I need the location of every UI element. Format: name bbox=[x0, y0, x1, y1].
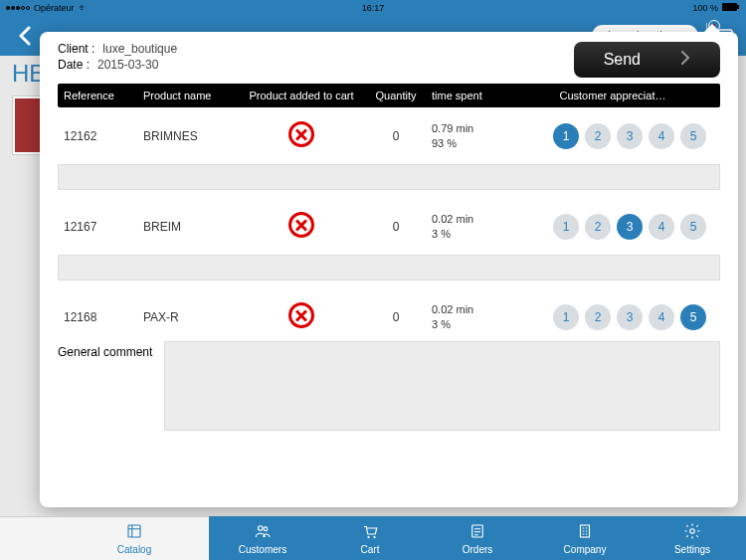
signal-dots-icon bbox=[6, 6, 30, 10]
rating-group: 12345 bbox=[511, 304, 714, 330]
row-comment-input[interactable] bbox=[58, 164, 720, 190]
cell-quantity: 0 bbox=[366, 220, 426, 234]
remove-icon[interactable] bbox=[288, 302, 314, 328]
svg-point-6 bbox=[264, 526, 268, 530]
rating-5-button[interactable]: 5 bbox=[680, 304, 706, 330]
chevron-right-icon bbox=[680, 50, 690, 70]
carrier-label: Opérateur bbox=[34, 3, 75, 13]
cell-time: 0.79 min93 % bbox=[426, 121, 505, 150]
svg-rect-4 bbox=[128, 525, 140, 537]
cell-product-name: BREIM bbox=[137, 220, 237, 234]
battery-icon bbox=[722, 3, 740, 13]
rating-4-button[interactable]: 4 bbox=[649, 304, 674, 330]
rating-4-button[interactable]: 4 bbox=[649, 214, 674, 240]
status-bar: Opérateur ᯤ 16:17 100 % bbox=[0, 0, 746, 16]
svg-rect-1 bbox=[737, 5, 739, 9]
rating-4-button[interactable]: 4 bbox=[649, 123, 674, 149]
tab-label: Cart bbox=[361, 544, 380, 555]
tab-bar: CatalogCustomersCartOrdersCompanySetting… bbox=[0, 516, 746, 560]
table-row: 12168PAX-R00.02 min3 %12345 bbox=[58, 288, 720, 341]
cell-product-name: PAX-R bbox=[137, 310, 237, 324]
report-popover: Client : luxe_boutique Date : 2015-03-30… bbox=[40, 32, 738, 507]
rating-3-button[interactable]: 3 bbox=[617, 304, 643, 330]
tab-label: Orders bbox=[463, 544, 493, 555]
rating-group: 12345 bbox=[511, 123, 714, 149]
svg-point-8 bbox=[373, 535, 375, 537]
cell-time: 0.02 min3 % bbox=[426, 302, 505, 331]
rating-2-button[interactable]: 2 bbox=[585, 304, 611, 330]
col-reference: Reference bbox=[58, 90, 137, 101]
tab-cart[interactable]: Cart bbox=[316, 516, 424, 560]
catalog-icon bbox=[123, 522, 145, 542]
general-comment-input[interactable] bbox=[164, 341, 720, 431]
tab-catalog[interactable]: Catalog bbox=[60, 516, 209, 560]
remove-icon[interactable] bbox=[288, 212, 314, 238]
col-added-to-cart: Product added to cart bbox=[237, 90, 366, 101]
svg-point-11 bbox=[690, 528, 695, 533]
remove-icon[interactable] bbox=[288, 121, 314, 147]
rating-2-button[interactable]: 2 bbox=[585, 123, 611, 149]
svg-rect-10 bbox=[581, 525, 590, 537]
orders-icon bbox=[466, 522, 488, 542]
cell-reference: 12168 bbox=[58, 310, 137, 324]
wifi-icon: ᯤ bbox=[79, 3, 88, 13]
rating-1-button[interactable]: 1 bbox=[553, 214, 579, 240]
tab-orders[interactable]: Orders bbox=[424, 516, 531, 560]
svg-rect-0 bbox=[722, 3, 737, 11]
col-product-name: Product name bbox=[137, 90, 237, 101]
col-time-spent: time spent bbox=[426, 90, 505, 101]
cell-reference: 12162 bbox=[58, 129, 137, 143]
client-value: luxe_boutique bbox=[102, 42, 177, 56]
svg-point-7 bbox=[367, 535, 369, 537]
rating-2-button[interactable]: 2 bbox=[585, 214, 611, 240]
send-button[interactable]: Send bbox=[574, 42, 720, 78]
rating-1-button[interactable]: 1 bbox=[553, 304, 579, 330]
cart-icon bbox=[359, 522, 381, 542]
row-comment-input[interactable] bbox=[58, 255, 720, 280]
customers-icon bbox=[252, 522, 274, 542]
svg-point-5 bbox=[259, 525, 264, 530]
rating-group: 12345 bbox=[511, 214, 714, 240]
cell-time: 0.02 min3 % bbox=[426, 212, 505, 241]
status-time: 16:17 bbox=[362, 3, 385, 13]
rating-1-button[interactable]: 1 bbox=[553, 123, 579, 149]
cell-product-name: BRIMNES bbox=[137, 129, 237, 143]
col-appreciation: Customer appreciat… bbox=[505, 90, 720, 101]
col-quantity: Quantity bbox=[366, 90, 426, 101]
rating-5-button[interactable]: 5 bbox=[680, 214, 706, 240]
tab-company[interactable]: Company bbox=[531, 516, 639, 560]
tab-label: Customers bbox=[239, 544, 286, 555]
battery-label: 100 % bbox=[692, 3, 718, 13]
tab-settings[interactable]: Settings bbox=[639, 516, 746, 560]
company-icon bbox=[574, 522, 596, 542]
table-row: 12162BRIMNES00.79 min93 %12345 bbox=[58, 107, 720, 160]
tab-label: Company bbox=[564, 544, 607, 555]
cell-quantity: 0 bbox=[366, 310, 426, 324]
client-label: Client : bbox=[58, 42, 94, 56]
date-value: 2015-03-30 bbox=[97, 58, 158, 72]
table-header: Reference Product name Product added to … bbox=[58, 84, 720, 107]
rating-5-button[interactable]: 5 bbox=[680, 123, 706, 149]
rating-3-button[interactable]: 3 bbox=[617, 123, 643, 149]
general-comment-label: General comment bbox=[58, 341, 152, 359]
cell-reference: 12167 bbox=[58, 220, 137, 234]
table-row: 12167BREIM00.02 min3 %12345 bbox=[58, 198, 720, 251]
settings-icon bbox=[681, 522, 703, 542]
send-button-label: Send bbox=[604, 51, 641, 69]
date-label: Date : bbox=[58, 58, 90, 72]
back-button[interactable] bbox=[10, 24, 40, 48]
tab-customers[interactable]: Customers bbox=[209, 516, 316, 560]
rating-3-button[interactable]: 3 bbox=[617, 214, 643, 240]
tab-label: Settings bbox=[674, 544, 710, 555]
tab-label: Catalog bbox=[117, 544, 151, 555]
cell-quantity: 0 bbox=[366, 129, 426, 143]
